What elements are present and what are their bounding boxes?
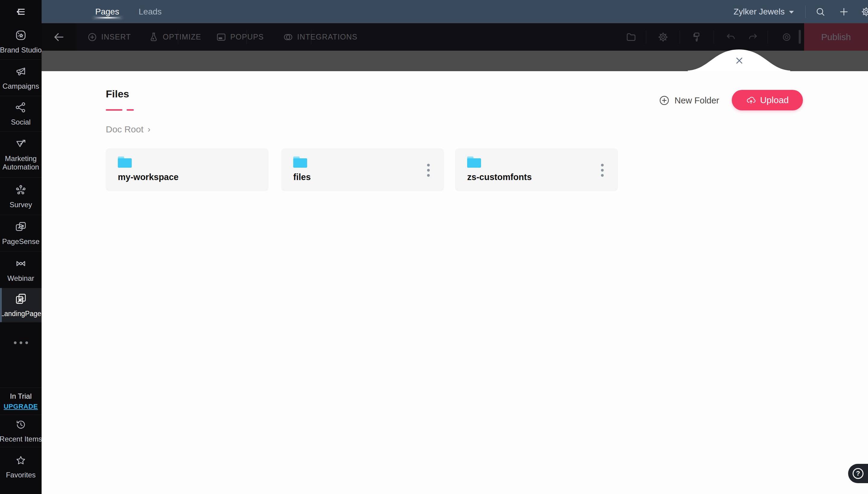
sidebar-item-social[interactable]: Social	[0, 96, 42, 131]
more-dots-icon	[14, 341, 17, 344]
preview-button[interactable]	[781, 31, 793, 43]
campaigns-megaphone-icon	[14, 65, 27, 79]
optimize-flask-icon	[148, 32, 159, 42]
publish-button[interactable]: Publish	[804, 23, 868, 51]
question-mark-icon: ?	[853, 468, 864, 479]
integrations-circles-icon	[283, 32, 294, 42]
preview-eye-icon	[781, 31, 792, 43]
integrations-menu[interactable]: INTEGRATIONS	[283, 23, 357, 51]
folder-blue-icon	[467, 156, 481, 168]
help-button[interactable]: ?	[848, 464, 868, 483]
settings-button[interactable]	[657, 31, 669, 43]
more-dots-icon	[20, 341, 22, 344]
folder-menu-button[interactable]	[596, 162, 608, 178]
app-window: Pages Leads Zylker Jewels Brand Studio	[0, 0, 868, 494]
landingpage-icon	[14, 292, 27, 307]
breadcrumb-root[interactable]: Doc Root	[106, 124, 143, 134]
search-icon[interactable]	[814, 5, 827, 18]
active-tab-underline	[93, 17, 122, 18]
upload-label: Upload	[760, 95, 789, 105]
kebab-menu-icon	[427, 169, 430, 172]
add-icon[interactable]	[837, 5, 850, 18]
back-arrow-icon	[53, 31, 65, 43]
undo-button[interactable]	[725, 31, 737, 43]
folder-icon	[625, 31, 637, 43]
sidebar-item-label: LandingPage	[0, 309, 41, 318]
sidebar-item-label: Campaigns	[2, 82, 39, 91]
upgrade-link[interactable]: UPGRADE	[4, 403, 38, 411]
new-folder-plus-icon	[658, 94, 670, 107]
sidebar-item-recent-items[interactable]: Recent Items	[0, 415, 42, 447]
sidebar-item-label: Marketing Automation	[1, 154, 41, 171]
marketing-automation-funnel-icon	[14, 137, 27, 152]
more-apps-button[interactable]	[0, 322, 42, 387]
new-folder-label: New Folder	[674, 96, 719, 106]
sidebar-item-survey[interactable]: Survey	[0, 177, 42, 215]
webinar-icon	[14, 257, 27, 271]
new-folder-button[interactable]: New Folder	[658, 94, 719, 107]
trial-status: In Trial	[10, 392, 32, 400]
breadcrumb: Doc Root ›	[106, 124, 151, 134]
popups-menu[interactable]: POPUPS	[216, 23, 264, 51]
sidebar-item-webinar[interactable]: Webinar	[0, 251, 42, 288]
folder-blue-icon	[293, 156, 307, 168]
history-clock-icon	[15, 418, 27, 432]
folder-name: files	[293, 172, 311, 182]
pagesense-icon	[14, 220, 27, 235]
survey-icon	[14, 183, 27, 198]
sidebar-item-label: Brand Studio	[0, 46, 42, 54]
kebab-menu-icon	[427, 164, 430, 167]
folder-blue-icon	[118, 156, 132, 168]
popups-window-icon	[216, 32, 226, 42]
folder-card[interactable]: zs-customfonts	[455, 148, 618, 191]
toolbar-divider	[679, 31, 680, 44]
top-bar: Pages Leads Zylker Jewels	[42, 0, 868, 23]
sidebar-item-label: Webinar	[7, 274, 34, 283]
collapse-menu-icon[interactable]	[0, 0, 42, 23]
insert-menu[interactable]: INSERT	[87, 23, 131, 51]
close-button[interactable]	[734, 55, 745, 66]
page-settings-gear-icon	[657, 31, 669, 43]
title-accent-dash	[126, 109, 134, 111]
caret-down-icon	[789, 11, 794, 14]
folder-menu-button[interactable]	[422, 162, 434, 178]
toolbar-divider	[768, 31, 768, 44]
sidebar-item-campaigns[interactable]: Campaigns	[0, 59, 42, 96]
sidebar-item-landingpage[interactable]: LandingPage	[0, 288, 42, 322]
close-icon	[734, 56, 745, 66]
insert-label: INSERT	[101, 33, 131, 41]
org-switcher[interactable]: Zylker Jewels	[734, 0, 794, 23]
theme-button[interactable]	[691, 31, 703, 43]
back-button[interactable]	[42, 23, 76, 51]
trial-section: In Trial UPGRADE	[0, 387, 42, 415]
sidebar-item-label: Recent Items	[0, 435, 42, 443]
star-icon	[15, 454, 27, 468]
integrations-label: INTEGRATIONS	[297, 33, 357, 41]
optimize-menu[interactable]: OPTIMIZE	[148, 23, 201, 51]
toolbar-divider	[714, 31, 714, 44]
paintbrush-icon	[691, 31, 703, 43]
brand-studio-icon	[14, 28, 27, 43]
tab-pages[interactable]: Pages	[95, 0, 119, 23]
sidebar-item-favorites[interactable]: Favorites	[0, 447, 42, 486]
redo-button[interactable]	[747, 31, 759, 43]
pages-folder-button[interactable]	[625, 31, 637, 43]
active-item-indicator	[0, 288, 2, 322]
upload-button[interactable]: Upload	[732, 90, 803, 110]
gear-icon[interactable]	[860, 5, 868, 18]
folder-name: zs-customfonts	[467, 172, 532, 182]
folder-card[interactable]: my-workspace	[106, 148, 269, 191]
sidebar-item-marketing-automation[interactable]: Marketing Automation	[0, 131, 42, 177]
folder-name: my-workspace	[118, 172, 179, 182]
page-title: Files	[106, 88, 129, 100]
tab-leads[interactable]: Leads	[139, 0, 161, 23]
toolbar-handle	[799, 30, 801, 44]
social-share-icon	[14, 101, 27, 115]
sidebar-item-label: Favorites	[6, 471, 36, 479]
tab-leads-label: Leads	[139, 7, 161, 17]
sidebar-item-pagesense[interactable]: PageSense	[0, 215, 42, 251]
folder-card[interactable]: files	[281, 148, 444, 191]
files-panel: Files Doc Root › New Folder Upload my-wo…	[42, 71, 868, 494]
sidebar-item-brand-studio[interactable]: Brand Studio	[0, 23, 42, 59]
tab-pages-label: Pages	[95, 7, 119, 17]
